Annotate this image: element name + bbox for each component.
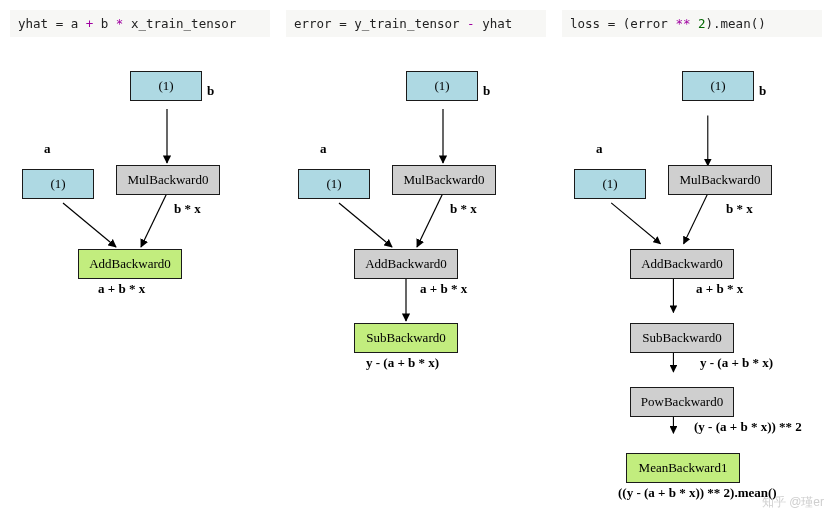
add-label: a + b * x bbox=[696, 281, 743, 297]
add-node: AddBackward0 bbox=[354, 249, 458, 279]
a-label: a bbox=[320, 141, 327, 157]
a-label: a bbox=[44, 141, 51, 157]
svg-line-2 bbox=[141, 193, 167, 247]
graph-yhat: b (1) a (1) MulBackward0 b * x AddBackwa… bbox=[10, 41, 270, 491]
a-node: (1) bbox=[22, 169, 94, 199]
mul-label: b * x bbox=[726, 201, 753, 217]
svg-line-5 bbox=[417, 193, 443, 247]
pow-label: (y - (a + b * x)) ** 2 bbox=[694, 419, 802, 435]
a-node: (1) bbox=[298, 169, 370, 199]
panel-loss: loss = (error ** 2).mean() b (1) a (1) M… bbox=[562, 10, 822, 491]
mul-label: b * x bbox=[174, 201, 201, 217]
mul-label: b * x bbox=[450, 201, 477, 217]
b-node: (1) bbox=[682, 71, 754, 101]
pow-node: PowBackward0 bbox=[630, 387, 734, 417]
panel-error: error = y_train_tensor - yhat b (1) a (1… bbox=[286, 10, 546, 491]
sub-node: SubBackward0 bbox=[630, 323, 734, 353]
b-label: b bbox=[483, 83, 490, 99]
code-loss: loss = (error ** 2).mean() bbox=[562, 10, 822, 37]
b-node: (1) bbox=[130, 71, 202, 101]
a-node: (1) bbox=[574, 169, 646, 199]
mean-label: ((y - (a + b * x)) ** 2).mean() bbox=[618, 485, 777, 501]
graph-loss: b (1) a (1) MulBackward0 b * x AddBackwa… bbox=[562, 41, 822, 491]
mul-node: MulBackward0 bbox=[116, 165, 220, 195]
svg-line-1 bbox=[63, 203, 116, 247]
add-label: a + b * x bbox=[420, 281, 467, 297]
watermark: 知乎 @瑾er bbox=[762, 494, 824, 501]
panel-yhat: yhat = a + b * x_train_tensor b (1) a (1… bbox=[10, 10, 270, 491]
b-node: (1) bbox=[406, 71, 478, 101]
b-label: b bbox=[207, 83, 214, 99]
a-label: a bbox=[596, 141, 603, 157]
mul-node: MulBackward0 bbox=[392, 165, 496, 195]
mul-node: MulBackward0 bbox=[668, 165, 772, 195]
svg-line-8 bbox=[611, 203, 660, 244]
code-error: error = y_train_tensor - yhat bbox=[286, 10, 546, 37]
mean-node: MeanBackward1 bbox=[626, 453, 740, 483]
graph-error: b (1) a (1) MulBackward0 b * x AddBackwa… bbox=[286, 41, 546, 491]
sub-label: y - (a + b * x) bbox=[700, 355, 773, 371]
sub-node: SubBackward0 bbox=[354, 323, 458, 353]
add-node: AddBackward0 bbox=[78, 249, 182, 279]
b-label: b bbox=[759, 83, 766, 99]
add-label: a + b * x bbox=[98, 281, 145, 297]
svg-line-9 bbox=[684, 194, 708, 244]
panels-row: yhat = a + b * x_train_tensor b (1) a (1… bbox=[10, 10, 822, 491]
svg-line-4 bbox=[339, 203, 392, 247]
add-node: AddBackward0 bbox=[630, 249, 734, 279]
sub-label: y - (a + b * x) bbox=[366, 355, 439, 371]
code-yhat: yhat = a + b * x_train_tensor bbox=[10, 10, 270, 37]
